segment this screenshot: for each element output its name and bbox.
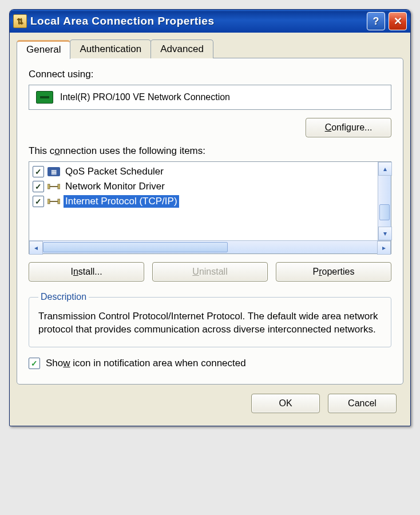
scroll-right-button[interactable]: ▸ xyxy=(377,241,391,255)
dialog-window: ⇅ Local Area Connection Properties ? ✕ G… xyxy=(9,9,411,426)
notify-label: Show icon in notification area when conn… xyxy=(46,358,246,369)
checkbox[interactable]: ✓ xyxy=(33,181,44,192)
description-group: Description Transmission Control Protoco… xyxy=(29,292,391,347)
adapter-box[interactable]: Intel(R) PRO/100 VE Network Connection xyxy=(29,85,391,110)
svg-rect-1 xyxy=(47,184,50,189)
cancel-button[interactable]: Cancel xyxy=(328,394,397,413)
title-bar[interactable]: ⇅ Local Area Connection Properties ? ✕ xyxy=(10,10,410,33)
tab-strip: General Authentication Advanced xyxy=(17,39,403,58)
tab-authentication[interactable]: Authentication xyxy=(70,39,151,58)
svg-rect-2 xyxy=(58,184,60,189)
netmon-icon xyxy=(47,182,60,191)
scroll-track[interactable] xyxy=(43,241,377,253)
checkbox[interactable]: ✓ xyxy=(33,196,44,207)
connect-using-label: Connect using: xyxy=(29,69,391,80)
close-button[interactable]: ✕ xyxy=(389,12,407,30)
item-label: Internet Protocol (TCP/IP) xyxy=(64,195,179,208)
svg-rect-5 xyxy=(58,199,60,204)
notify-row[interactable]: ✓ Show icon in notification area when co… xyxy=(29,355,391,371)
list-item[interactable]: ✓ Internet Protocol (TCP/IP) xyxy=(30,194,377,209)
install-button[interactable]: Install... xyxy=(29,262,144,282)
items-rows: ✓ ▦ QoS Packet Scheduler ✓ Network Monit… xyxy=(29,162,378,240)
help-button[interactable]: ? xyxy=(367,12,385,30)
item-label: QoS Packet Scheduler xyxy=(64,165,165,178)
tab-general[interactable]: General xyxy=(17,40,70,59)
items-label: This connection uses the following items… xyxy=(29,145,391,157)
ok-button[interactable]: OK xyxy=(251,394,320,413)
scroll-left-button[interactable]: ◂ xyxy=(29,241,43,255)
items-listbox[interactable]: ✓ ▦ QoS Packet Scheduler ✓ Network Monit… xyxy=(29,161,391,254)
item-label: Network Monitor Driver xyxy=(64,180,167,193)
scroll-up-button[interactable]: ▴ xyxy=(378,162,392,176)
configure-button[interactable]: Configure... xyxy=(306,118,391,137)
app-icon: ⇅ xyxy=(13,14,27,28)
scroll-track[interactable] xyxy=(378,176,391,227)
nic-icon xyxy=(36,91,53,104)
scroll-thumb[interactable] xyxy=(43,242,228,252)
list-item[interactable]: ✓ Network Monitor Driver xyxy=(30,179,377,194)
vertical-scrollbar[interactable]: ▴ ▾ xyxy=(378,162,391,240)
window-title: Local Area Connection Properties xyxy=(30,15,363,27)
notify-checkbox[interactable]: ✓ xyxy=(29,358,40,369)
protocol-icon xyxy=(47,197,60,206)
tab-advanced[interactable]: Advanced xyxy=(150,39,213,58)
adapter-name: Intel(R) PRO/100 VE Network Connection xyxy=(60,92,230,102)
description-legend: Description xyxy=(38,292,89,302)
client-area: General Authentication Advanced Connect … xyxy=(10,33,410,426)
uninstall-button: Uninstall xyxy=(152,262,268,282)
horizontal-scrollbar[interactable]: ◂ ▸ xyxy=(29,240,391,253)
svg-rect-4 xyxy=(47,199,50,204)
scheduler-icon: ▦ xyxy=(47,167,60,176)
properties-button[interactable]: Properties xyxy=(276,262,391,282)
list-item[interactable]: ✓ ▦ QoS Packet Scheduler xyxy=(30,164,377,179)
scroll-thumb[interactable] xyxy=(379,204,390,220)
tab-panel-general: Connect using: Intel(R) PRO/100 VE Netwo… xyxy=(17,58,403,385)
description-text: Transmission Control Protocol/Internet P… xyxy=(38,310,382,336)
scroll-down-button[interactable]: ▾ xyxy=(378,227,392,240)
checkbox[interactable]: ✓ xyxy=(33,166,44,177)
